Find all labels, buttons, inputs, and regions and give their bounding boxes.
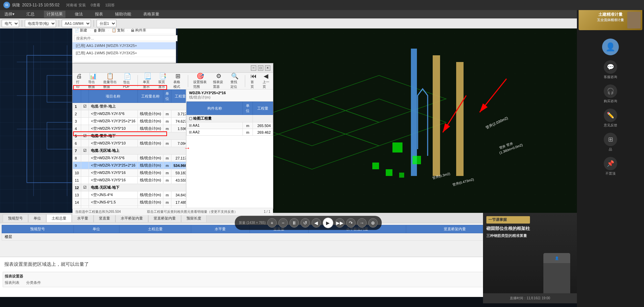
menu-method[interactable]: 做法: [72, 11, 86, 18]
toolbar-select-cable-conduit[interactable]: 电缆导管(电): [25, 20, 56, 27]
tab-model-type[interactable]: 预规型号: [3, 214, 28, 222]
btn-batch-export[interactable]: 📋 批量导出数据: [102, 72, 119, 90]
tab-horizontal[interactable]: 水平量: [72, 214, 94, 222]
component-item-aa1[interactable]: [已用] AA1-1WM4 [WDZR-YJY3X25+: [72, 42, 176, 50]
expand-aa1-icon[interactable]: ⊞: [189, 123, 192, 127]
sidebar-item-feedback[interactable]: ✏️ 意见反馈: [600, 109, 621, 128]
cell-check[interactable]: ☑: [81, 103, 89, 110]
btn-report-settings[interactable]: ⚙ 报表设置器: [211, 72, 226, 90]
cell-num: 10: [73, 169, 81, 177]
cell-qty: 74.627: [171, 118, 186, 125]
btn-export[interactable]: 📊 导出数据: [87, 72, 99, 90]
cell-eng: 线/统合计(m): [138, 191, 163, 199]
sidebar-icons: 👤 💬 客服咨询 🎧 购买咨询 ✏️ 意见反馈 ⊞ 品 📌 不置顶: [577, 39, 644, 176]
component-item-aa2[interactable]: [已用] AA1-1WM5 [WDZR-YJY3X25+: [72, 50, 176, 57]
table-row-8: 8 <空>WDZR-YJY-5*6 线/统合计(m) m 27.117: [73, 155, 186, 162]
btn-zoom-out[interactable]: −: [278, 218, 288, 228]
toolbar-select-layer[interactable]: 分层1: [97, 20, 116, 27]
cell-check[interactable]: ☑: [81, 184, 89, 191]
col-unit: 单位: [163, 90, 171, 103]
btn-find-locate[interactable]: 🔍 查找定位: [229, 72, 241, 90]
cell-eng: 线/统合计(m): [138, 110, 163, 118]
grid-icon: ⊞: [604, 133, 617, 146]
btn-next[interactable]: ▶▶: [335, 218, 344, 228]
btn-refresh[interactable]: ↺: [301, 218, 310, 228]
cell-name: <空>WDZR-YJY5*16: [89, 169, 138, 177]
cell-check: [81, 155, 89, 162]
bottom-tabs: 预规型号 单位 土程总量 水平量 竖直量 水平桥架内量 竖直桥架内量 预留长度: [3, 214, 207, 222]
cell-check: [81, 140, 89, 147]
cell-expand-aa1[interactable]: ⊞ AA1: [186, 122, 243, 129]
btn-play[interactable]: ▶: [323, 218, 333, 228]
menu-aux[interactable]: 辅助功能: [112, 11, 134, 18]
tab-total-qty[interactable]: 土程总量: [46, 214, 72, 222]
sidebar-item-grid[interactable]: ⊞ 品: [600, 133, 621, 152]
menu-calc-results[interactable]: 计算结果: [44, 11, 65, 18]
btn-copy[interactable]: 📋 复制: [112, 28, 124, 33]
btn-pause[interactable]: ⏸: [289, 218, 299, 228]
menu-summary[interactable]: 汇总: [24, 11, 37, 18]
cell-name: <空>WDZR-YJY-5*6: [89, 110, 138, 118]
table-row-4: 4 <空>WDZR-YJY5*10 线/统合计(m) m 1.596: [73, 125, 186, 132]
table-row-section-1: 1 ☑ 电缆-管井-地上: [73, 103, 186, 110]
export-label: 导出数据: [88, 80, 97, 89]
cell-name: <空>JNS-4*4: [89, 191, 138, 199]
btn-prev-page[interactable]: ◀ 上一页: [261, 72, 271, 90]
toolbar-select-aa1[interactable]: AA1-1WM4: [62, 20, 91, 27]
cell-expand-aa2[interactable]: ⊞ AA2: [186, 129, 243, 136]
sidebar-item-customer-service[interactable]: 💬 客服咨询: [600, 60, 621, 79]
maximize-btn[interactable]: □: [258, 65, 263, 71]
btn-component-lib[interactable]: 🏛 构件库: [131, 28, 146, 33]
report-right-panel: WDZR-YJY3*25+2*16 线/统合计(m) 构件名称 单位 工程量 ▢: [186, 89, 273, 208]
tab-h-bridge[interactable]: 水平桥架内量: [115, 214, 148, 222]
expand-icon[interactable]: ▢: [189, 116, 192, 120]
minimize-btn[interactable]: −: [251, 65, 256, 71]
cell-unit: m: [163, 110, 171, 118]
btn-forward[interactable]: ↷: [346, 218, 356, 228]
cell-num: 4: [73, 125, 81, 132]
btn-export-pdf[interactable]: 📄 导出PDF: [121, 73, 134, 89]
sidebar-item-purchase[interactable]: 🎧 购买咨询: [600, 84, 621, 104]
table-row-9-highlighted[interactable]: 9 <空>WDZR-YJY3*25+2*16 线/统合计(m) m 534.96…: [73, 162, 186, 169]
table-row-section-4: 12 ☑ 电缆-无区域-地下: [73, 184, 186, 191]
report-content: 项目名称 工程量名称 单位 工程量 1 ☑ 电缆-管井-地上 2: [72, 89, 273, 208]
sidebar-item-pin[interactable]: 📌 不置顶: [600, 157, 621, 176]
cell-num: 8: [73, 155, 81, 162]
first-page-label: 首页: [251, 80, 257, 89]
btn-delete[interactable]: 🗑 删除: [94, 28, 105, 33]
tab-reserved-length[interactable]: 预留长度: [181, 214, 207, 222]
close-btn[interactable]: ×: [265, 65, 270, 71]
cell-unit: m: [163, 118, 171, 125]
tab-unit[interactable]: 单位: [28, 214, 46, 222]
btn-print[interactable]: 🖨 打印: [74, 72, 84, 90]
cell-check[interactable]: ☑: [81, 132, 89, 140]
btn-single-page[interactable]: 📃 单页显示: [141, 72, 154, 90]
btn-fullscreen[interactable]: ⊕: [368, 218, 378, 228]
expand-aa2-icon[interactable]: ⊞: [189, 130, 192, 134]
cell-check[interactable]: ☑: [81, 147, 89, 155]
btn-first-page[interactable]: ⏮ 首页: [249, 72, 258, 90]
tab-vertical[interactable]: 竖直量: [94, 214, 115, 222]
cell-qty: 61.791: [171, 206, 186, 208]
btn-skip[interactable]: →: [357, 218, 367, 228]
datetime: 2023-11-15 10:55:02: [22, 3, 59, 7]
tab-v-bridge[interactable]: 竖直桥架内量: [148, 214, 181, 222]
btn-table-mode[interactable]: ⊞ 表格模式: [172, 72, 184, 90]
btn-dual-page[interactable]: 📑 双页显示: [157, 72, 169, 90]
btn-set-range[interactable]: 🎯 设置报表范围: [192, 72, 209, 90]
dual-page-label: 双页显示: [158, 80, 167, 89]
cell-qty: 17.485: [171, 199, 186, 206]
search-input[interactable]: [74, 35, 177, 41]
col-component-name: 构件名称: [186, 102, 243, 115]
col-total: 土程总量: [119, 225, 191, 233]
menu-table-calc[interactable]: 表格算量: [141, 11, 162, 18]
btn-zoom-in[interactable]: +: [267, 218, 277, 228]
btn-prev[interactable]: ◀: [312, 218, 321, 228]
cell-num: 2: [73, 110, 81, 118]
cell-check: [81, 125, 89, 132]
menu-report[interactable]: 报表: [92, 11, 106, 18]
toolbar-select-electrical[interactable]: 电气: [2, 20, 19, 27]
btn-new[interactable]: 📄 新建: [74, 28, 87, 33]
menu-select[interactable]: 选择▾: [2, 11, 17, 18]
cell-qty: 1.596: [171, 125, 186, 132]
